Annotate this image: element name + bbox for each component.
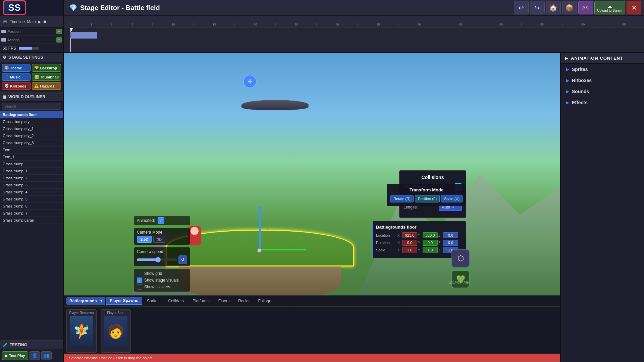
controller-button[interactable]: 🎮 <box>578 1 593 14</box>
viewport[interactable]: ✛ Animated: <box>64 53 560 362</box>
test-icon-button-1[interactable]: 👤 <box>30 351 40 360</box>
outliner-item-grass-clump-6[interactable]: Grass clump_6 <box>0 203 63 210</box>
outliner-item-grass-clump-dry-2[interactable]: Grass clump dry_2 <box>0 132 63 139</box>
position-button[interactable]: Position (F) <box>415 195 440 202</box>
timeline-tracks[interactable] <box>64 28 644 52</box>
tab-foliage[interactable]: Foliage <box>254 297 275 305</box>
music-button[interactable]: 🎵 Music <box>2 73 31 81</box>
test-icon-button-2[interactable]: 👥 <box>41 351 52 360</box>
hitboxes-label: Hitboxes <box>572 78 592 83</box>
camera-speed-slider[interactable] <box>137 258 177 261</box>
tab-floors[interactable]: Floors <box>214 297 233 305</box>
section-effects[interactable]: ▶ Effects <box>561 97 644 108</box>
upload-steam-button[interactable]: ☁ Upload to Steam <box>594 1 626 14</box>
section-sounds[interactable]: ▶ Sounds <box>561 86 644 97</box>
killzones-button[interactable]: 💀 Killzones <box>2 82 31 90</box>
camera-speed-slider-row: ↺ <box>137 255 187 264</box>
tab-rocks[interactable]: Rocks <box>234 297 253 305</box>
speed-handle[interactable] <box>155 257 161 262</box>
tab-platforms[interactable]: Platforms <box>189 297 214 305</box>
section-hitboxes[interactable]: ▶ Hitboxes <box>561 75 644 86</box>
outliner-item-grass-clump-5[interactable]: Grass clump_5 <box>0 196 63 203</box>
outliner-item-grass-clump-1[interactable]: Grass clump_1 <box>0 168 63 175</box>
tab-player-spawns[interactable]: Player Spawns <box>106 297 142 305</box>
scale-button[interactable]: Scale (U) <box>441 195 463 202</box>
title-icon: 💎 <box>69 4 77 12</box>
test-play-button[interactable]: ▶ Test Play <box>2 351 28 360</box>
scale-x-value[interactable]: 1.0 <box>402 247 417 253</box>
outliner-item-battlegrounds-floor[interactable]: Battlegrounds floor <box>0 111 63 118</box>
scale-y-value[interactable]: 1.0 <box>423 247 438 253</box>
location-x-value[interactable]: 923.0 <box>402 232 417 238</box>
move-gizmo[interactable]: ✛ <box>243 75 257 88</box>
spawn-card-player-start[interactable]: Player Start 🧑 <box>101 309 131 353</box>
location-z-value[interactable]: 0.0 <box>443 232 458 238</box>
show-grid-checkbox[interactable] <box>137 271 142 276</box>
outliner-item-grass-clump-dry-3[interactable]: Grass clump dry_3 <box>0 139 63 146</box>
section-sprites[interactable]: ▶ Sprites <box>561 64 644 75</box>
rotation-x-value[interactable]: 0.0 <box>402 240 417 246</box>
undo-button[interactable]: ↩ <box>514 1 529 14</box>
rotate-button[interactable]: Rotate (R) <box>390 195 414 202</box>
position-track[interactable] <box>70 32 644 39</box>
timeline-header: 🎮 Timeline: Main ▶ ⏺ <box>0 16 63 27</box>
location-y-value[interactable]: 830.0 <box>423 232 438 238</box>
x-axis <box>259 249 306 250</box>
outliner-item-grass-clump-large[interactable]: Grass clump Large <box>0 217 63 224</box>
show-stage-visuals-checkbox[interactable]: ✓ <box>137 278 142 283</box>
player-start-icon: 🧑 <box>107 323 124 339</box>
outliner-item-grass-clump-dry-1[interactable]: Grass clump dry_1 <box>0 125 63 132</box>
location-z-label: Z <box>438 234 442 237</box>
outliner-item-grass-clump-2[interactable]: Grass clump_2 <box>0 175 63 182</box>
character-sprite <box>188 226 201 245</box>
package-button[interactable]: 📦 <box>562 1 577 14</box>
speed-reset-button[interactable]: ↺ <box>178 255 187 264</box>
ruler-mark-35: 35 <box>357 23 398 26</box>
camera-2d-button[interactable]: 2.5D <box>137 236 152 243</box>
testing-section: 🧪 TESTING ▶ Test Play 👤 👥 <box>0 340 63 362</box>
position-label: Position <box>7 29 55 34</box>
actions-color-swatch <box>1 38 6 42</box>
home-button[interactable]: 🏠 <box>546 1 561 14</box>
outliner-list[interactable]: Battlegrounds floor Grass clump dry Gras… <box>0 111 63 340</box>
show-colliders-checkbox[interactable] <box>137 284 142 290</box>
hazards-button[interactable]: ⚠️ Hazards <box>32 82 61 90</box>
outliner-item-grass-clump[interactable]: Grass clump <box>0 161 63 168</box>
scale-x-label: X <box>397 248 401 252</box>
thumbnail-button[interactable]: 🖼️ Thumbnail <box>32 73 61 81</box>
outliner-item-grass-clump-4[interactable]: Grass clump_4 <box>0 189 63 196</box>
3d-view-button[interactable]: ⬡ <box>451 249 470 267</box>
actions-add-button[interactable]: + <box>56 37 62 43</box>
search-input[interactable] <box>2 103 61 110</box>
tab-colliders[interactable]: Colliders <box>164 297 188 305</box>
timeline-bar: 🎮 Timeline: Main ▶ ⏺ Position + Actions … <box>0 16 644 53</box>
collisions-title: Collisions <box>404 175 462 180</box>
outliner-item-grass-clump-3[interactable]: Grass clump_3 <box>0 182 63 189</box>
backdrop-button[interactable]: 🌄 Backdrop <box>32 64 61 72</box>
speed-fill <box>137 258 157 261</box>
battlegrounds-dropdown[interactable]: Battlegrounds <box>66 297 105 305</box>
timeline-play-button[interactable]: ▶ <box>38 19 41 24</box>
outliner-item-grass-clump-7[interactable]: Grass clump_7 <box>0 210 63 217</box>
theme-label: Theme <box>10 66 22 70</box>
camera-3d-button[interactable]: 3D <box>153 236 165 243</box>
rotation-y-value[interactable]: 0.0 <box>423 240 438 246</box>
timeline-content[interactable]: 1 5 10 15 20 25 30 35 40 45 50 55 60 65 <box>64 16 644 52</box>
transform-buttons: Rotate (R) Position (F) Scale (U) <box>390 195 463 202</box>
outliner-item-fern-1[interactable]: Fern_1 <box>0 154 63 161</box>
show-grid-row: Show grid <box>137 271 187 276</box>
outliner-item-fern[interactable]: Fern <box>0 146 63 154</box>
heart-button[interactable]: 💚 <box>451 270 470 288</box>
theme-button[interactable]: 🎨 Theme <box>2 64 31 72</box>
animated-checkbox[interactable]: ✓ <box>158 217 164 224</box>
camera-speed-box: Camera speed ↺ <box>134 247 190 266</box>
close-button[interactable]: ✕ <box>627 1 641 14</box>
rotation-z-value[interactable]: 0.0 <box>443 240 458 246</box>
tab-sprites[interactable]: Sprites <box>143 297 163 305</box>
redo-button[interactable]: ↪ <box>530 1 545 14</box>
spawn-card-player-respawn[interactable]: Player Respawn 🧚 <box>66 309 97 353</box>
timeline-record-button[interactable]: ⏺ <box>43 19 47 24</box>
position-add-button[interactable]: + <box>56 29 62 34</box>
outliner-item-grass-clump-dry[interactable]: Grass clump dry <box>0 118 63 125</box>
settings-grid: 🎨 Theme 🌄 Backdrop 🎵 Music 🖼️ Thumbnail … <box>0 62 63 92</box>
